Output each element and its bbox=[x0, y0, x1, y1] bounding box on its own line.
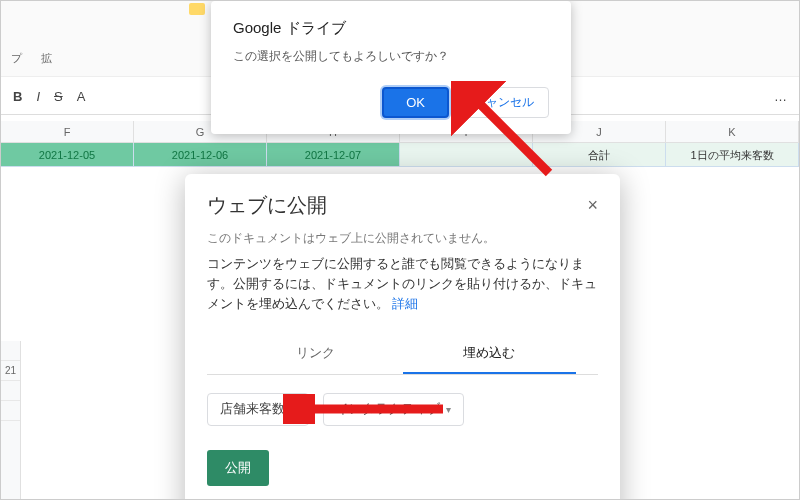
publish-tabs: リンク 埋め込む bbox=[207, 320, 598, 375]
text-color-button[interactable]: A bbox=[77, 89, 86, 104]
modal-title: ウェブに公開 bbox=[207, 192, 587, 219]
publish-to-web-modal: ウェブに公開 × このドキュメントはウェブ上に公開されていません。 コンテンツを… bbox=[185, 174, 620, 500]
folder-icon bbox=[189, 3, 205, 15]
row-header[interactable] bbox=[1, 341, 20, 361]
row-headers: 21 bbox=[1, 341, 21, 499]
cell[interactable]: 2021-12-07 bbox=[267, 143, 400, 167]
publish-button[interactable]: 公開 bbox=[207, 450, 269, 486]
learn-more-link[interactable]: 詳細 bbox=[392, 297, 418, 311]
dialog-message: この選択を公開してもよろしいですか？ bbox=[233, 48, 549, 65]
row-header[interactable] bbox=[1, 401, 20, 421]
data-header-row: 2021-12-05 2021-12-06 2021-12-07 合計 1日の平… bbox=[1, 143, 799, 167]
col-header[interactable]: F bbox=[1, 121, 134, 143]
more-button[interactable]: … bbox=[774, 89, 787, 104]
row-header[interactable]: 21 bbox=[1, 361, 20, 381]
annotation-arrow bbox=[451, 81, 561, 181]
toolbar-fragment: 拡 bbox=[41, 51, 52, 66]
cell[interactable]: 1日の平均来客数 bbox=[666, 143, 799, 167]
row-header[interactable] bbox=[1, 381, 20, 401]
bold-button[interactable]: B bbox=[13, 89, 22, 104]
cell[interactable]: 2021-12-05 bbox=[1, 143, 134, 167]
tab-link[interactable]: リンク bbox=[229, 334, 403, 374]
svg-line-0 bbox=[469, 93, 549, 173]
toolbar-fragment: プ bbox=[11, 51, 22, 66]
modal-description: コンテンツをウェブに公開すると誰でも閲覧できるようになります。公開するには、ドキ… bbox=[185, 254, 620, 314]
col-header[interactable]: K bbox=[666, 121, 799, 143]
cell[interactable]: 2021-12-06 bbox=[134, 143, 267, 167]
close-icon[interactable]: × bbox=[587, 195, 598, 216]
sheet-select-label: 店舗来客数 bbox=[220, 401, 285, 418]
italic-button[interactable]: I bbox=[36, 89, 40, 104]
modal-subtext: このドキュメントはウェブ上に公開されていません。 bbox=[185, 231, 620, 246]
tab-embed[interactable]: 埋め込む bbox=[403, 334, 577, 374]
ok-button[interactable]: OK bbox=[382, 87, 449, 118]
strike-button[interactable]: S bbox=[54, 89, 63, 104]
annotation-arrow bbox=[283, 394, 453, 424]
dialog-title: Google ドライブ bbox=[233, 19, 549, 38]
